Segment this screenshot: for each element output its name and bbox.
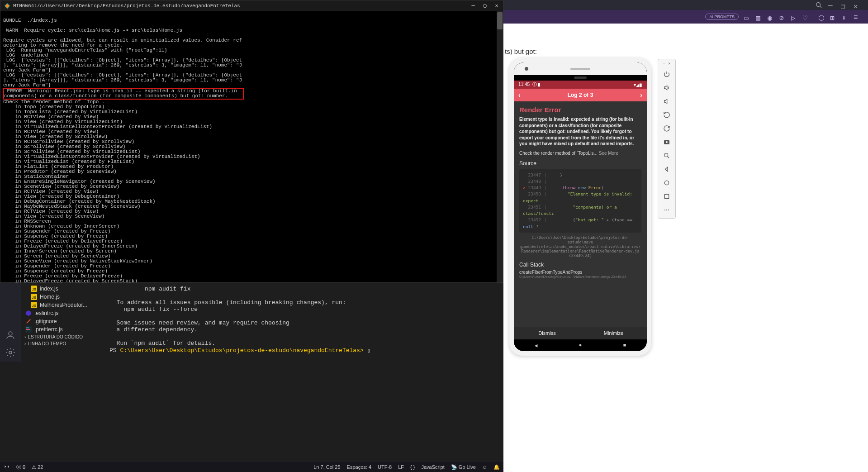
window-restore-icon[interactable]: ❐ [841, 2, 847, 8]
file-item-index[interactable]: JSindex.js [21, 285, 104, 293]
emu-back-icon[interactable] [660, 163, 673, 176]
cursor-position[interactable]: Ln 7, Col 25 [313, 464, 340, 470]
file-label: index.js [40, 286, 58, 292]
terminal-titlebar[interactable]: MINGW64:/c/Users/User/Desktop/Estudos/pr… [0, 0, 503, 11]
encoding[interactable]: UTF-8 [378, 464, 392, 470]
svg-rect-13 [26, 328, 29, 329]
terminal-log-text: BUNDLE ./index.js WARN Require cycle: sr… [3, 18, 242, 88]
warning-count[interactable]: ⚠ 22 [32, 464, 43, 470]
maximize-button[interactable]: ▢ [482, 3, 488, 9]
android-recents-icon[interactable]: ■ [623, 343, 626, 348]
indent-setting[interactable]: Espaços: 4 [347, 464, 371, 470]
callstack-header: Call Stack [519, 262, 641, 268]
file-label: Home.js [40, 294, 60, 300]
android-back-icon[interactable]: ◀ [535, 343, 538, 348]
volume-up-icon[interactable] [660, 81, 673, 94]
svg-point-19 [664, 181, 669, 185]
section-estrutura[interactable]: ›ESTRUTURA DO CÓDIGO [21, 334, 104, 340]
svg-point-17 [666, 141, 668, 143]
emu-close-icon[interactable]: ✕ [668, 61, 670, 66]
menu-icon[interactable]: ≡ [854, 14, 860, 20]
vscode-terminal[interactable]: npm audit fix To address all issues poss… [104, 283, 503, 362]
minimize-err-button[interactable]: Minimize [580, 327, 647, 339]
callstack-sub: C:\Users\User\Desktop\Estudos...\NativeR… [519, 275, 641, 279]
file-item-melhores[interactable]: JSMelhoresProdutor... [21, 301, 104, 309]
emu-home-icon[interactable] [660, 176, 673, 189]
error-title: Render Error [519, 106, 641, 114]
svg-point-15 [816, 3, 821, 7]
page-icon[interactable]: ▤ [756, 14, 762, 20]
android-home-icon[interactable]: ● [579, 343, 582, 348]
settings-gear-icon[interactable] [5, 347, 16, 358]
android-nav-bar: ◀ ● ■ [514, 339, 647, 351]
terminal-scrollbar-thumb[interactable] [497, 12, 503, 29]
terminal-scrollbar-track[interactable] [497, 11, 503, 282]
block-icon[interactable]: ⊘ [779, 14, 786, 20]
heart-icon[interactable]: ♡ [803, 14, 809, 20]
window-minimize-icon[interactable]: — [828, 2, 835, 8]
file-item-prettier[interactable]: .prettierrc.js [21, 325, 104, 334]
language-mode[interactable]: JavaScript [421, 464, 444, 470]
rotate-right-icon[interactable] [660, 122, 673, 135]
window-close-icon[interactable]: ✕ [854, 2, 860, 8]
volume-down-icon[interactable] [660, 95, 673, 108]
source-header: Source [519, 160, 641, 167]
account-icon[interactable] [5, 330, 16, 341]
file-item-home[interactable]: JSHome.js [21, 293, 104, 301]
search-icon[interactable] [816, 2, 822, 8]
camera-icon[interactable]: ◉ [768, 14, 774, 20]
close-button[interactable]: ✕ [494, 3, 499, 9]
svg-text:JS: JS [32, 296, 36, 300]
cube-icon[interactable]: ⬡ [818, 14, 825, 20]
js-file-icon: JS [31, 302, 37, 308]
vscode-terminal-output: npm audit fix To address all issues poss… [109, 286, 346, 347]
section-linha[interactable]: ›LINHA DO TEMPO [21, 340, 104, 347]
ai-prompts-button[interactable]: AI PROMPTS [705, 14, 739, 20]
partial-bg-text: ts) but got: [505, 48, 537, 55]
bell-icon[interactable]: 🔔 [493, 464, 500, 470]
emulator-toolbar: —✕ [658, 59, 676, 219]
log-prev-button[interactable]: ‹ [518, 91, 521, 99]
log-nav-bar: ‹ Log 2 of 3 › [514, 89, 647, 101]
phone-status-bar: 11:45 ⓕ ▮ ▾◢▮ [514, 81, 647, 89]
lang-braces-icon: { } [410, 464, 415, 470]
more-icon[interactable] [660, 204, 673, 216]
svg-marker-10 [26, 310, 31, 316]
play-icon[interactable]: ▷ [791, 14, 797, 20]
download-icon[interactable]: ⬇ [842, 14, 848, 20]
terminal-stack-text: Check the render method of `Topo`. in To… [3, 99, 212, 282]
error-screen[interactable]: Render Error Element type is invalid: ex… [514, 101, 647, 327]
zoom-icon[interactable] [660, 149, 673, 162]
emu-minimize-icon[interactable]: — [663, 61, 665, 66]
emu-overview-icon[interactable] [660, 190, 673, 203]
eol[interactable]: LF [398, 464, 404, 470]
power-icon[interactable] [660, 68, 673, 81]
terminal-window: MINGW64:/c/Users/User/Desktop/Estudos/pr… [0, 0, 503, 283]
remote-icon[interactable] [4, 463, 10, 471]
go-live[interactable]: 📡 Go Live [451, 464, 476, 470]
svg-point-3 [9, 351, 12, 354]
grid-icon[interactable]: ⊞ [830, 14, 836, 20]
file-item-eslint[interactable]: .eslintrc.js [21, 309, 104, 317]
js-file-icon: JS [31, 286, 37, 292]
book-icon[interactable]: ▭ [744, 14, 750, 20]
rotate-left-icon[interactable] [660, 109, 673, 121]
svg-rect-11 [26, 319, 31, 324]
see-more-link[interactable]: ... See More [594, 151, 618, 156]
log-next-button[interactable]: › [640, 91, 642, 99]
svg-text:JS: JS [32, 287, 36, 291]
terminal-title: MINGW64:/c/Users/User/Desktop/Estudos/pr… [13, 3, 470, 9]
feedback-icon[interactable]: ☺ [482, 464, 487, 470]
screenshot-icon[interactable] [660, 136, 673, 148]
svg-text:JS: JS [32, 304, 36, 308]
dismiss-button[interactable]: Dismiss [514, 327, 580, 339]
terminal-output[interactable]: BUNDLE ./index.js WARN Require cycle: sr… [0, 11, 503, 282]
file-label: .gitignore [34, 318, 57, 324]
phone-bezel-top [514, 62, 647, 75]
eslint-icon [25, 310, 32, 316]
phone-mockup: 11:45 ⓕ ▮ ▾◢▮ ‹ Log 2 of 3 › Render Erro… [509, 58, 651, 356]
phone-notch [514, 75, 647, 81]
file-item-gitignore[interactable]: .gitignore [21, 317, 104, 325]
minimize-button[interactable]: — [470, 3, 476, 9]
error-count[interactable]: ⓧ 0 [16, 464, 25, 471]
